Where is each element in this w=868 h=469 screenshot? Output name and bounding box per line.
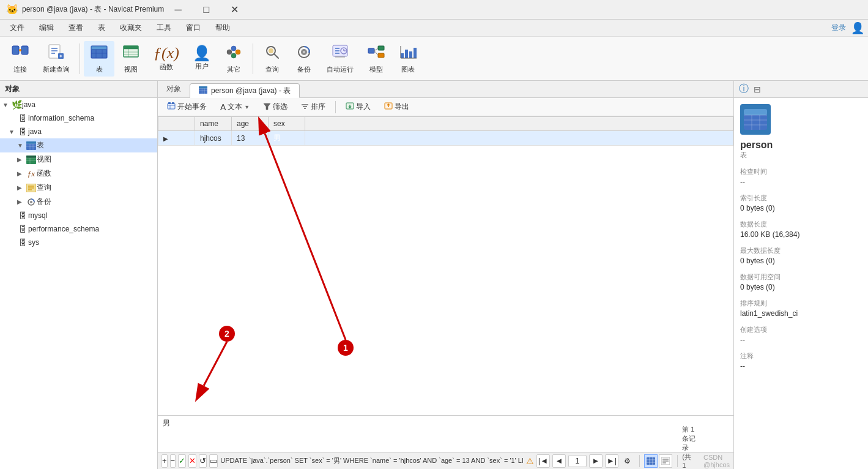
toolbar-table[interactable]: 表 <box>84 41 114 77</box>
table-tab[interactable]: person @java (java) - 表 <box>190 83 300 98</box>
sidebar-item-mysql[interactable]: 🗄 mysql <box>0 209 157 222</box>
objects-tab[interactable]: 对象 <box>158 81 190 97</box>
close-button[interactable]: ✕ <box>220 0 248 20</box>
cell-age[interactable]: 13 <box>232 131 269 146</box>
clear-button[interactable]: ▭ <box>209 454 218 468</box>
minimize-button[interactable]: ─ <box>164 0 192 20</box>
maximize-button[interactable]: □ <box>192 0 220 20</box>
login-label[interactable]: 登录 <box>831 23 846 33</box>
sidebar-item-information-schema[interactable]: 🗄 information_schema <box>0 111 157 125</box>
pagination-controls: |◄ ◄ ► ►| ⚙ <box>536 454 634 468</box>
sidebar-item-query[interactable]: ▶ 查询 <box>0 181 157 195</box>
sidebar-item-java-db[interactable]: ▼ 🗄 java <box>0 125 157 138</box>
text-label: 文本 <box>228 102 242 112</box>
menu-file[interactable]: 文件 <box>4 21 31 35</box>
cell-name[interactable]: hjhcos <box>195 131 232 146</box>
start-transaction-button[interactable]: 开始事务 <box>161 100 212 114</box>
filter-button[interactable]: 筛选 <box>258 100 293 114</box>
toolbar-model[interactable]: 模型 <box>361 41 391 77</box>
info-section-check-time: 检查时间 -- <box>740 167 862 186</box>
center-panel: 对象 person @java (java) - 表 <box>158 81 733 469</box>
next-page-button[interactable]: ► <box>589 454 603 468</box>
func-toolbar-icon: ƒ(x) <box>154 45 179 61</box>
menu-tools[interactable]: 工具 <box>150 21 177 35</box>
svg-rect-104 <box>662 460 669 462</box>
col-name-header[interactable]: name <box>195 117 232 131</box>
backup-icon <box>26 197 37 207</box>
sort-button[interactable]: 排序 <box>295 100 331 114</box>
cancel-button-status[interactable]: ✕ <box>188 454 196 468</box>
page-input[interactable] <box>568 455 587 467</box>
toolbar-backup[interactable]: 备份 <box>289 41 319 77</box>
sidebar-item-backup[interactable]: ▶ 备份 <box>0 195 157 209</box>
form-view-button[interactable] <box>659 454 672 468</box>
tab-table-icon <box>199 86 207 96</box>
toolbar-auto-run[interactable]: 自动运行 <box>321 41 360 77</box>
toolbar-view[interactable]: 视图 <box>116 41 146 77</box>
sidebar-item-java-root[interactable]: ▼ 🌿 java <box>0 98 157 111</box>
col-sex-header[interactable]: sex <box>269 117 305 131</box>
tab-label: person @java (java) - 表 <box>211 86 291 96</box>
svg-marker-82 <box>264 103 270 110</box>
info-section-create-options: 创建选项 -- <box>740 325 862 344</box>
toolbar-auto-run-label: 自动运行 <box>327 65 354 74</box>
delete-row-button[interactable]: − <box>170 454 176 468</box>
sidebar-item-table[interactable]: ▼ 表 <box>0 138 157 152</box>
bottom-text-area: 男 <box>158 415 733 452</box>
sidebar-item-performance-schema[interactable]: 🗄 performance_schema <box>0 222 157 236</box>
right-panel-header: ⓘ ⊟ <box>734 81 868 98</box>
add-row-button[interactable]: + <box>161 454 168 468</box>
grid-view-button[interactable] <box>644 454 658 468</box>
menu-help[interactable]: 帮助 <box>209 21 236 35</box>
col-age-header[interactable]: age <box>232 117 269 131</box>
sidebar-item-view[interactable]: ▶ 视图 <box>0 152 157 167</box>
svg-point-26 <box>231 46 236 51</box>
text-button[interactable]: A 文本 ▼ <box>215 100 255 114</box>
tree-arrow-java: ▼ <box>2 102 11 108</box>
toolbar-connect[interactable]: 连接 <box>5 41 35 77</box>
toolbar-new-query-label: 新建查询 <box>43 65 70 74</box>
sidebar-item-func[interactable]: ▶ ƒx 函数 <box>0 167 157 181</box>
sidebar-item-sys[interactable]: 🗄 sys <box>0 236 157 249</box>
refresh-button[interactable]: ↺ <box>199 454 207 468</box>
svg-point-31 <box>269 48 273 53</box>
toolbar-other-label: 其它 <box>227 65 240 74</box>
toolbar-func[interactable]: ƒ(x) 函数 <box>147 43 185 74</box>
settings-button[interactable]: ⚙ <box>621 454 634 468</box>
prev-page-button[interactable]: ◄ <box>552 454 566 468</box>
table-row[interactable]: ▶ hjhcos 13 男 <box>158 131 733 146</box>
menu-window[interactable]: 窗口 <box>180 21 207 35</box>
sidebar-item-java-root-label: java <box>22 100 35 109</box>
sidebar-item-table-label: 表 <box>37 140 44 151</box>
toolbar-other[interactable]: 其它 <box>218 41 249 77</box>
menu-table[interactable]: 表 <box>92 21 111 35</box>
svg-line-96 <box>204 342 227 386</box>
import-button[interactable]: 导入 <box>340 100 376 114</box>
check-time-label: 检查时间 <box>740 167 862 176</box>
svg-rect-97 <box>647 457 655 465</box>
toolbar-view-label: 视图 <box>124 65 138 74</box>
cell-sex[interactable]: 男 <box>269 131 305 146</box>
svg-rect-55 <box>26 141 36 144</box>
export-button[interactable]: 导出 <box>379 100 415 114</box>
info-icon[interactable]: ⓘ <box>739 83 749 96</box>
toolbar-user[interactable]: 👤 用户 <box>187 43 217 73</box>
toolbar-chart[interactable]: 图表 <box>393 41 423 77</box>
create-options-value: -- <box>740 336 862 344</box>
info-section-max-data-length: 最大数据长度 0 bytes (0) <box>740 246 862 265</box>
menu-favorites[interactable]: 收藏夹 <box>114 21 148 35</box>
table-toolbar: 开始事务 A 文本 ▼ 筛选 <box>158 98 733 116</box>
max-data-length-value: 0 bytes (0) <box>740 257 862 265</box>
comment-label: 注释 <box>740 351 862 361</box>
menu-edit[interactable]: 编辑 <box>33 21 60 35</box>
last-page-button[interactable]: ►| <box>605 454 618 468</box>
save-button-status[interactable]: ✓ <box>178 454 186 468</box>
toolbar-new-query[interactable]: 新建查询 <box>37 41 76 77</box>
svg-line-46 <box>374 48 378 51</box>
toolbar-query[interactable]: 查询 <box>257 41 287 77</box>
menubar: 文件 编辑 查看 表 收藏夹 工具 窗口 帮助 登录 👤 <box>0 20 868 37</box>
right-panel-icon-2[interactable]: ⊟ <box>754 84 761 94</box>
func-icon: ƒx <box>26 169 37 179</box>
menu-view[interactable]: 查看 <box>62 21 89 35</box>
first-page-button[interactable]: |◄ <box>536 454 550 468</box>
